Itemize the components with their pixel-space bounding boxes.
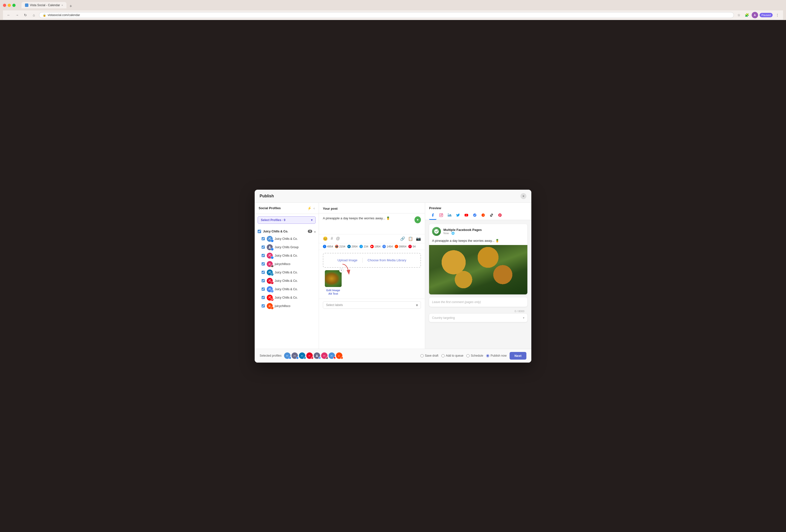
address-bar[interactable]: 🔒 vistasocial.com/calendar: [39, 12, 734, 18]
schedule-radio[interactable]: [466, 354, 469, 357]
pineapple-image: [429, 245, 527, 294]
labels-select[interactable]: Select labels: [323, 301, 421, 309]
profile-badge[interactable]: A: [752, 12, 758, 18]
profile-checkbox[interactable]: [261, 237, 265, 240]
reload-button[interactable]: ↻: [22, 12, 29, 18]
list-item[interactable]: JC ▶ Juicy Chills & Co.: [255, 294, 319, 302]
media-library-button[interactable]: Choose from Media Library: [368, 258, 406, 262]
edit-alt-text-button[interactable]: Edit ImageAlt Text: [325, 288, 342, 296]
list-item[interactable]: JC P Juicy Chills & Co.: [255, 277, 319, 285]
modal-body: Social Profiles ⚡ ‹ Select Profiles · 9 …: [255, 203, 531, 349]
new-tab-button[interactable]: +: [67, 4, 74, 8]
profile-group-header[interactable]: Juicy Chills & Co. 9 ▴: [255, 228, 319, 235]
copy-icon[interactable]: 📋: [408, 236, 413, 241]
footer-profile-user[interactable]: G: [314, 352, 320, 359]
list-item[interactable]: JC f Juicy Chills & Co.: [255, 235, 319, 243]
close-window-button[interactable]: [3, 4, 6, 7]
svg-point-8: [481, 213, 485, 216]
back-button[interactable]: ←: [5, 12, 12, 18]
tab-pinterest[interactable]: [496, 212, 504, 220]
tabs-row: Vista Social - Calendar × +: [22, 2, 74, 8]
tab-youtube[interactable]: [463, 212, 470, 220]
group-checkbox[interactable]: [258, 230, 261, 233]
char-count-fb: f 4954: [323, 245, 333, 248]
preview-header: Preview: [425, 203, 531, 220]
schedule-option[interactable]: Schedule: [466, 354, 483, 357]
link-icon[interactable]: 🔗: [400, 236, 405, 241]
select-profiles-dropdown[interactable]: Select Profiles · 9 ▾: [258, 216, 316, 224]
list-item[interactable]: jc r juicychillsco: [255, 302, 319, 310]
footer-profile-reddit[interactable]: jc r: [336, 352, 342, 359]
tab-twitter[interactable]: [454, 212, 462, 220]
profile-name: Juicy Chills & Co.: [275, 287, 298, 291]
profile-checkbox[interactable]: [261, 296, 265, 299]
list-item[interactable]: JC f Juicy Chills & Co.: [255, 251, 319, 260]
char-count-goog: G 1454: [383, 245, 393, 248]
profile-checkbox[interactable]: [261, 271, 265, 274]
hashtag-icon[interactable]: #: [331, 236, 333, 241]
forward-button[interactable]: →: [14, 12, 20, 18]
upload-box: Upload Image Choose from Media Library: [323, 253, 421, 268]
collapse-icon[interactable]: ‹: [314, 206, 315, 210]
publish-now-label: Publish now: [490, 354, 507, 357]
profile-checkbox[interactable]: [261, 287, 265, 291]
footer-profile-ig[interactable]: JC 📷: [321, 352, 327, 359]
tab-reddit[interactable]: [480, 212, 487, 220]
profile-checkbox[interactable]: [261, 246, 265, 249]
list-item[interactable]: JC G Juicy Chills & Co.: [255, 285, 319, 294]
footer-profile-pin[interactable]: JC P: [306, 352, 313, 359]
list-item[interactable]: jc 📷 juicychillsco: [255, 260, 319, 268]
reddit-badge-icon: r: [271, 306, 274, 309]
ai-rephrase-button[interactable]: ✦: [415, 216, 421, 223]
maximize-window-button[interactable]: [13, 4, 16, 7]
save-draft-radio[interactable]: [420, 354, 424, 357]
goog-count-icon: G: [383, 245, 386, 248]
tab-google[interactable]: [471, 212, 479, 220]
minimize-window-button[interactable]: [8, 4, 11, 7]
save-draft-option[interactable]: Save draft: [420, 354, 438, 357]
profile-checkbox[interactable]: [261, 304, 265, 307]
tab-tiktok[interactable]: [488, 212, 495, 220]
add-to-queue-option[interactable]: Add to queue: [441, 354, 463, 357]
media-thumbnail-wrapper: × Edit ImageAlt Text: [325, 270, 342, 296]
profile-name: Juicy Chills & Co.: [275, 254, 298, 257]
filter-icon[interactable]: ⚡: [307, 206, 311, 210]
tab-close-button[interactable]: ×: [62, 4, 63, 7]
group-chevron-icon[interactable]: ▴: [314, 230, 316, 233]
footer-profile-fb-1[interactable]: JC f: [284, 352, 291, 359]
tab-facebook[interactable]: [429, 212, 437, 220]
browser-tab-active[interactable]: Vista Social - Calendar ×: [22, 2, 66, 8]
post-textarea[interactable]: A pineapple a day keeps the worries away…: [323, 216, 413, 231]
publish-now-radio[interactable]: [486, 354, 489, 357]
mention-icon[interactable]: @: [336, 236, 340, 241]
char-count-ig: 📷 2154: [335, 245, 345, 248]
tab-instagram[interactable]: [437, 212, 445, 220]
footer-profile-fb-2[interactable]: JG f: [292, 352, 298, 359]
next-button[interactable]: Next: [510, 352, 526, 360]
profile-checkbox[interactable]: [261, 254, 265, 257]
camera-icon[interactable]: 📷: [416, 236, 421, 241]
publish-now-option[interactable]: Publish now: [486, 354, 507, 357]
profile-name: Juicy Chills & Co.: [275, 237, 298, 240]
country-targeting-row: Country targeting ▾: [429, 314, 527, 322]
paused-badge[interactable]: Paused: [760, 13, 773, 17]
list-item[interactable]: f Juicy Chills Group: [255, 243, 319, 251]
goog-char-count: 1454: [387, 245, 393, 248]
list-item[interactable]: JC in Juicy Chills & Co.: [255, 268, 319, 277]
tab-linkedin[interactable]: [446, 212, 453, 220]
footer-pin-badge: P: [311, 357, 314, 359]
left-panel: Social Profiles ⚡ ‹ Select Profiles · 9 …: [255, 203, 319, 349]
footer-profile-li[interactable]: JC in: [299, 352, 305, 359]
menu-button[interactable]: ⋮: [774, 12, 781, 18]
extensions-button[interactable]: 🧩: [744, 12, 750, 18]
emoji-icon[interactable]: 😊: [323, 236, 328, 241]
footer-profile-fb-3[interactable]: JC ▶: [328, 352, 335, 359]
add-to-queue-radio[interactable]: [441, 354, 445, 357]
profile-checkbox[interactable]: [261, 279, 265, 282]
profile-checkbox[interactable]: [261, 262, 265, 265]
country-targeting-section: Country targeting ▾: [429, 314, 527, 322]
middle-panel: Your post A pineapple a day keeps the wo…: [319, 203, 425, 349]
bookmark-button[interactable]: ☆: [736, 12, 742, 18]
modal-close-button[interactable]: ×: [521, 193, 526, 199]
home-button[interactable]: ⌂: [31, 12, 37, 18]
